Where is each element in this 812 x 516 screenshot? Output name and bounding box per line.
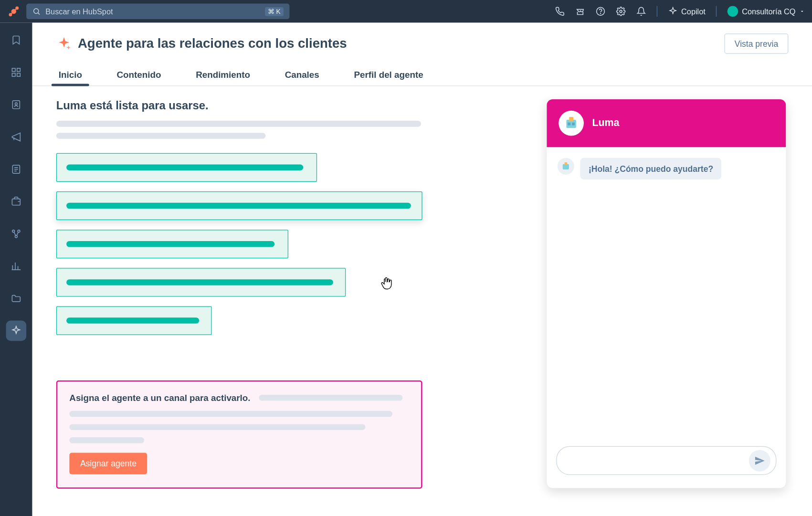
suggestion-card[interactable] (56, 268, 346, 296)
page-title: Agente para las relaciones con los clien… (78, 36, 347, 52)
suggestion-card[interactable] (56, 230, 288, 258)
sidebar (0, 23, 32, 516)
svg-rect-7 (12, 68, 15, 72)
skeleton-bar (66, 203, 411, 209)
topbar-actions: Copilot Consultoría CQ (555, 6, 805, 17)
suggestion-card[interactable] (56, 153, 317, 182)
assign-channel-card: Asigna el agente a un canal para activar… (56, 380, 422, 489)
bell-icon[interactable] (636, 7, 646, 16)
suggestion-card[interactable] (56, 191, 422, 220)
settings-icon[interactable] (616, 7, 626, 16)
sidebar-content[interactable] (6, 159, 27, 179)
svg-rect-8 (17, 68, 21, 72)
svg-rect-9 (17, 73, 21, 76)
svg-rect-14 (12, 199, 20, 205)
assign-title: Asigna el agente a un canal para activar… (69, 392, 250, 402)
topbar: Buscar en HubSpot ⌘ K Copilot Consultorí… (0, 0, 812, 23)
sidebar-contacts[interactable] (6, 95, 27, 115)
help-icon[interactable] (596, 7, 605, 16)
left-column: Luma está lista para usarse. (56, 99, 523, 495)
suggestion-card[interactable] (56, 306, 212, 335)
sidebar-reports[interactable] (6, 256, 27, 276)
skeleton-bar (66, 241, 274, 247)
main-content: Agente para las relaciones con los clien… (32, 23, 812, 516)
sidebar-dashboard[interactable] (6, 62, 27, 83)
section-heading: Luma está lista para usarse. (56, 99, 523, 113)
svg-rect-10 (12, 73, 15, 76)
skeleton-line (56, 121, 421, 127)
skeleton-line (69, 437, 144, 443)
sparkle-icon (668, 7, 678, 16)
chat-input[interactable] (556, 446, 776, 475)
svg-rect-20 (568, 123, 570, 126)
svg-point-6 (620, 10, 622, 12)
sidebar-ai[interactable] (6, 321, 27, 341)
skeleton-bar (66, 165, 303, 171)
svg-point-5 (601, 13, 601, 14)
skeleton-line (69, 411, 392, 417)
copilot-button[interactable]: Copilot (668, 7, 706, 16)
chat-agent-name: Luma (592, 117, 619, 129)
sparkle-icon (56, 36, 72, 52)
chevron-down-icon (799, 9, 805, 15)
search-placeholder: Buscar en HubSpot (45, 7, 113, 16)
sidebar-commerce[interactable] (6, 191, 27, 212)
search-icon (32, 7, 41, 16)
tab-contenido[interactable]: Contenido (115, 63, 164, 85)
chat-body: ¡Hola! ¿Cómo puedo ayudarte? (547, 147, 786, 438)
svg-rect-23 (565, 162, 568, 165)
svg-point-12 (15, 103, 17, 105)
chat-message: ¡Hola! ¿Cómo puedo ayudarte? (558, 158, 775, 179)
skeleton-bar (66, 317, 199, 324)
phone-icon[interactable] (555, 7, 565, 16)
chat-preview-panel: Luma ¡Hola! ¿Cómo puedo ayudarte? (547, 99, 786, 488)
skeleton-line (69, 424, 365, 430)
chat-header: Luma (547, 99, 786, 147)
skeleton-line (259, 394, 402, 400)
agent-avatar-small (558, 158, 574, 175)
sidebar-bookmarks[interactable] (6, 30, 27, 51)
marketplace-icon[interactable] (575, 7, 585, 16)
tabs: Inicio Contenido Rendimiento Canales Per… (32, 57, 812, 86)
svg-rect-21 (572, 123, 575, 126)
avatar (728, 6, 738, 17)
tab-rendimiento[interactable]: Rendimiento (193, 63, 253, 85)
send-button[interactable] (749, 450, 770, 472)
svg-rect-19 (569, 117, 573, 121)
tab-canales[interactable]: Canales (283, 63, 322, 85)
sidebar-marketing[interactable] (6, 127, 27, 147)
send-icon (754, 455, 765, 466)
agent-avatar (559, 111, 584, 136)
account-menu[interactable]: Consultoría CQ (728, 6, 805, 17)
sidebar-automation[interactable] (6, 224, 27, 244)
hubspot-logo[interactable] (7, 5, 21, 18)
search-shortcut: ⌘ K (265, 7, 284, 16)
tab-perfil[interactable]: Perfil del agente (351, 63, 425, 85)
page-header: Agente para las relaciones con los clien… (32, 23, 812, 54)
preview-button[interactable]: Vista previa (725, 33, 789, 54)
tab-inicio[interactable]: Inicio (56, 63, 84, 85)
assign-agent-button[interactable]: Asignar agente (69, 453, 147, 474)
divider (657, 6, 657, 17)
divider (716, 6, 717, 17)
svg-point-3 (34, 9, 39, 13)
chat-input-area (547, 438, 786, 488)
skeleton-bar (66, 279, 333, 285)
global-search[interactable]: Buscar en HubSpot ⌘ K (26, 4, 289, 20)
chat-bubble: ¡Hola! ¿Cómo puedo ayudarte? (580, 158, 721, 179)
sidebar-files[interactable] (6, 288, 27, 309)
skeleton-line (56, 133, 266, 139)
